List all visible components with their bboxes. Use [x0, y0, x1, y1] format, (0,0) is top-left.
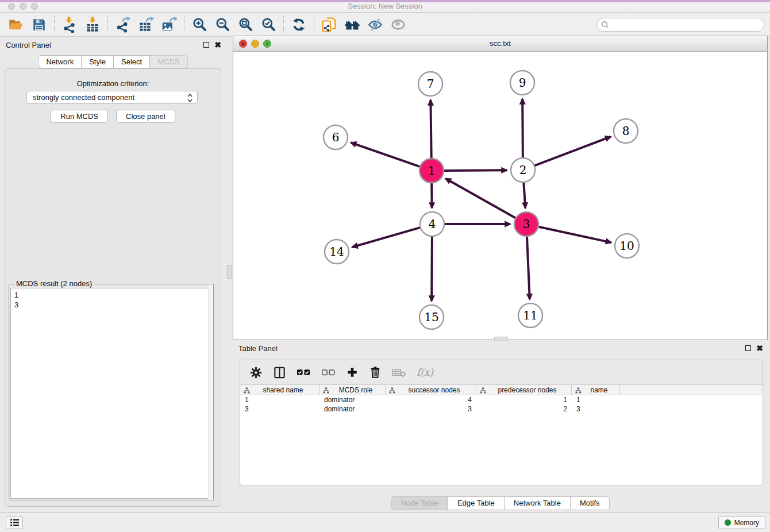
graph-node-4[interactable]: 4 [420, 212, 444, 236]
delete-column-button[interactable] [369, 364, 382, 381]
tab-edge-table[interactable]: Edge Table [448, 497, 504, 510]
task-history-button[interactable] [6, 516, 23, 529]
graph-node-11[interactable]: 11 [518, 303, 542, 327]
zoom-fit-button[interactable] [234, 14, 257, 35]
export-table-button[interactable] [134, 14, 157, 35]
table-cell[interactable]: 1 [572, 395, 620, 404]
graph-node-14[interactable]: 14 [325, 240, 349, 264]
table-cell[interactable]: dominator [319, 404, 386, 414]
graph-edge-4-14[interactable] [352, 228, 420, 247]
result-scrollbar[interactable] [208, 284, 213, 500]
table-row[interactable]: 3dominator323 [240, 404, 763, 414]
show-hidden-button[interactable] [387, 14, 410, 35]
select-all-columns-button[interactable] [297, 364, 311, 381]
refresh-button[interactable] [287, 14, 310, 35]
hide-selected-button[interactable] [364, 14, 387, 35]
graph-node-15[interactable]: 15 [419, 305, 444, 329]
table-cell[interactable]: 4 [386, 395, 476, 404]
graph-edge-3-11[interactable] [527, 237, 530, 299]
float-panel-icon[interactable] [203, 42, 209, 48]
network-canvas[interactable]: 7968124314101511 [233, 52, 767, 340]
search-field-wrap [596, 18, 764, 32]
tab-select[interactable]: Select [114, 55, 150, 68]
graph-edge-3-1[interactable] [445, 179, 515, 218]
mcds-result-text[interactable]: 13 [10, 288, 212, 499]
toolbar-separator [107, 16, 108, 33]
table-cell[interactable]: 2 [476, 404, 572, 414]
run-mcds-button[interactable]: Run MCDS [51, 110, 108, 123]
graph-node-6[interactable]: 6 [324, 125, 348, 149]
graph-node-7[interactable]: 7 [418, 72, 442, 96]
graph-edge-3-10[interactable] [539, 227, 611, 242]
horizontal-splitter-handle[interactable] [494, 337, 508, 341]
graph-edge-1-7[interactable] [430, 100, 431, 158]
add-column-button[interactable] [346, 364, 359, 381]
table-cell[interactable]: 3 [386, 404, 476, 414]
export-image-button[interactable] [157, 14, 180, 35]
close-panel-icon[interactable]: ✖ [214, 41, 221, 48]
zoom-selected-button[interactable] [257, 14, 280, 35]
mcds-result-title: MCDS result (2 nodes) [14, 279, 94, 288]
node-table-body: 1dominator4113dominator323 [240, 395, 763, 414]
close-table-panel-icon[interactable]: ✖ [756, 345, 763, 352]
table-cell[interactable]: 1 [240, 395, 319, 404]
tab-mcds[interactable]: MCDS [150, 55, 187, 68]
table-row[interactable]: 1dominator411 [240, 395, 763, 404]
graph-node-3[interactable]: 3 [514, 212, 538, 236]
zoom-out-button[interactable] [211, 14, 234, 35]
column-header-successor-nodes[interactable]: successor nodes [386, 385, 476, 395]
window-title: Session: New Session [0, 2, 770, 10]
graph-edge-2-3[interactable] [523, 183, 525, 208]
search-input[interactable] [596, 18, 764, 32]
column-header-shared-name[interactable]: shared name [240, 385, 319, 395]
tab-node-table[interactable]: Node Table [391, 497, 448, 510]
memory-button-label: Memory [734, 519, 759, 527]
graph-node-8[interactable]: 8 [614, 119, 638, 143]
split-panel-button[interactable] [273, 364, 286, 381]
graph-node-2[interactable]: 2 [511, 158, 535, 182]
table-cell[interactable]: 3 [240, 404, 319, 414]
float-table-panel-icon[interactable] [745, 345, 751, 351]
table-cell[interactable]: 3 [572, 404, 620, 414]
graph-edge-1-4[interactable] [432, 183, 432, 208]
delete-table-button[interactable] [392, 364, 406, 381]
function-builder-button[interactable]: f(x) [417, 364, 433, 381]
column-header-mcds-role[interactable]: MCDS role [319, 385, 386, 395]
unselect-all-columns-button[interactable] [321, 364, 336, 381]
graph-edge-2-8[interactable] [535, 137, 611, 165]
graph-node-label: 6 [332, 130, 340, 144]
tab-motifs[interactable]: Motifs [570, 497, 609, 510]
tab-style[interactable]: Style [82, 55, 114, 68]
tab-network-table[interactable]: Network Table [504, 497, 570, 510]
graph-edge-1-2[interactable] [444, 170, 507, 171]
import-network-button[interactable] [58, 14, 81, 35]
save-icon [32, 17, 47, 32]
unchecked-boxes-icon [321, 367, 336, 377]
import-table-button[interactable] [81, 14, 104, 35]
table-cell[interactable]: dominator [319, 395, 386, 404]
graph-edge-1-6[interactable] [351, 142, 420, 167]
tab-network[interactable]: Network [38, 55, 82, 68]
graph-node-label: 8 [622, 124, 630, 138]
zoom-in-button[interactable] [188, 14, 211, 35]
open-session-button[interactable] [5, 14, 28, 35]
memory-button[interactable]: Memory [718, 516, 765, 529]
show-all-nodes-button[interactable] [341, 14, 364, 35]
new-network-from-selection-button[interactable] [318, 14, 341, 35]
graph-node-10[interactable]: 10 [615, 234, 639, 258]
save-session-button[interactable] [28, 14, 51, 35]
close-panel-button[interactable]: Close panel [116, 110, 175, 123]
criterion-select[interactable]: strongly connected component [26, 91, 198, 104]
graph-node-1[interactable]: 1 [419, 159, 444, 183]
network-window-titlebar[interactable]: ✕ − + scc.txt [233, 36, 767, 52]
column-header-name[interactable]: name [572, 385, 620, 395]
table-cell[interactable]: 1 [476, 395, 572, 404]
graph-node-9[interactable]: 9 [510, 71, 534, 95]
column-header-predecessor-nodes[interactable]: predecessor nodes [476, 385, 572, 395]
graph-edge-2-9[interactable] [522, 99, 523, 157]
table-settings-button[interactable] [249, 364, 263, 381]
import-network-icon [61, 17, 78, 33]
graph-edge-4-15[interactable] [432, 237, 432, 301]
export-network-button[interactable] [111, 14, 134, 35]
vertical-splitter-handle[interactable] [227, 265, 232, 279]
